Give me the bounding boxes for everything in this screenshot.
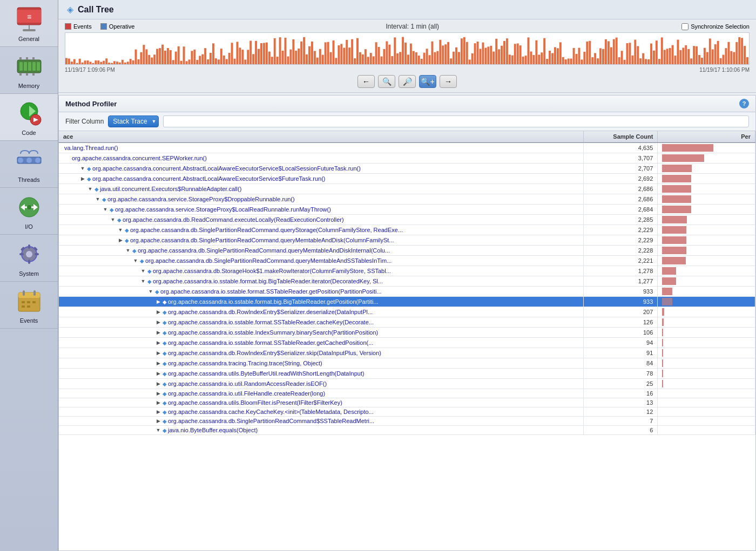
expand-icon[interactable]: ▶ [79,175,86,182]
help-button[interactable]: ? [739,99,749,108]
method-name[interactable]: org.apache.cassandra.utils.ByteBufferUti… [168,370,364,377]
method-name[interactable]: org.apache.cassandra.io.sstable.format.S… [160,288,382,295]
method-name[interactable]: org.apache.cassandra.db.SinglePartitionR… [138,247,390,254]
method-name[interactable]: va.lang.Thread.run() [64,145,118,151]
method-name[interactable]: org.apache.cassandra.db.StorageHook$1.ma… [153,268,391,274]
table-row[interactable]: ▼◆ java.nio.ByteBuffer.equals(Object)6 [59,426,755,435]
method-name[interactable]: org.apache.cassandra.utils.BloomFilter.i… [168,399,342,406]
filter-input[interactable] [163,115,749,127]
expanded-icon[interactable]: ▼ [147,288,154,295]
table-row[interactable]: va.lang.Thread.run()4,635 [59,142,755,153]
expand-icon[interactable]: ▶ [155,418,161,424]
method-name[interactable]: org.apache.cassandra.io.sstable.format.S… [168,339,373,346]
method-name[interactable]: org.apache.cassandra.db.SinglePartitionR… [168,418,374,424]
table-row[interactable]: ▶◆ org.apache.cassandra.io.sstable.forma… [59,297,755,307]
expanded-icon[interactable]: ▼ [140,268,146,274]
timeline-chart[interactable] [65,32,750,65]
method-name[interactable]: org.apache.cassandra.concurrent.Abstract… [92,175,325,182]
method-name[interactable]: org.apache.cassandra.io.util.RandomAcces… [168,380,327,387]
table-row[interactable]: ▶◆ org.apache.cassandra.utils.BloomFilte… [59,398,755,407]
method-name[interactable]: org.apache.cassandra.concurrent.SEPWorke… [72,155,207,161]
expand-icon[interactable]: ▶ [155,350,161,356]
sidebar-item-memory[interactable]: Memory [0,47,58,94]
expanded-icon[interactable]: ▼ [132,257,139,264]
method-name[interactable]: org.apache.cassandra.db.ReadCommand.exec… [123,216,344,223]
method-name[interactable]: org.apache.cassandra.io.sstable.format.b… [168,298,379,305]
expanded-icon[interactable]: ▼ [110,216,116,223]
table-row[interactable]: ▶◆ org.apache.cassandra.db.RowIndexEntry… [59,307,755,317]
table-row[interactable]: ▶◆ org.apache.cassandra.io.sstable.Index… [59,328,755,338]
expand-icon[interactable]: ▶ [155,409,161,415]
expanded-icon[interactable]: ▼ [87,186,93,192]
expanded-icon[interactable]: ▼ [117,227,124,233]
table-row[interactable]: ▼◆ java.util.concurrent.Executors$Runnab… [59,184,755,194]
timeline-zoom-active-btn[interactable]: 🔍+ [419,75,436,88]
table-row[interactable]: ▶◆ org.apache.cassandra.concurrent.Abstr… [59,174,755,184]
filter-select-wrapper[interactable]: Stack Trace [108,115,159,127]
expanded-icon[interactable]: ▼ [102,206,109,213]
expand-icon[interactable]: ▶ [155,309,161,315]
method-name[interactable]: org.apache.cassandra.io.sstable.format.S… [168,319,374,325]
method-name[interactable]: org.apache.cassandra.tracing.Tracing.tra… [168,360,322,366]
expand-icon[interactable]: ▶ [155,339,161,346]
table-row[interactable]: ▶◆ org.apache.cassandra.tracing.Tracing.… [59,358,755,369]
table-row[interactable]: ▶◆ org.apache.cassandra.cache.KeyCacheKe… [59,407,755,417]
expand-icon[interactable]: ▶ [155,390,161,397]
sync-checkbox-input[interactable] [681,23,688,30]
table-row[interactable]: ▼◆ org.apache.cassandra.service.StorageP… [59,194,755,205]
expand-icon[interactable]: ▶ [155,360,161,366]
method-name[interactable]: org.apache.cassandra.db.SinglePartitionR… [130,227,403,233]
expand-icon[interactable]: ▶ [155,319,161,325]
expanded-icon[interactable]: ▼ [155,427,161,433]
timeline-forward-btn[interactable]: → [440,75,457,88]
sidebar-item-general[interactable]: ≡ General [0,0,58,47]
sidebar-item-system[interactable]: System [0,235,58,282]
expand-icon[interactable]: ▶ [155,329,161,336]
method-name[interactable]: java.util.concurrent.Executors$RunnableA… [100,186,241,192]
sync-selection[interactable]: Synchronize Selection [681,23,750,30]
sidebar-item-threads[interactable]: Threads [0,141,58,188]
expanded-icon[interactable]: ▼ [140,278,146,284]
filter-select[interactable]: Stack Trace [108,115,159,127]
table-row[interactable]: ▼◆ org.apache.cassandra.db.SinglePartiti… [59,246,755,256]
method-name[interactable]: java.nio.ByteBuffer.equals(Object) [168,427,258,433]
method-name[interactable]: org.apache.cassandra.db.RowIndexEntry$Se… [168,350,381,356]
table-row[interactable]: ▼◆ org.apache.cassandra.concurrent.Abstr… [59,164,755,174]
expanded-icon[interactable]: ▼ [125,247,131,254]
table-row[interactable]: ▼◆ org.apache.cassandra.db.SinglePartiti… [59,256,755,266]
table-container[interactable]: ace Sample Count Per va.lang.Thread.run(… [59,131,755,550]
table-row[interactable]: ▶◆ org.apache.cassandra.io.sstable.forma… [59,338,755,348]
method-name[interactable]: org.apache.cassandra.io.util.FileHandle.… [168,390,325,397]
sidebar-item-io[interactable]: I/O [0,188,58,235]
method-name[interactable]: org.apache.cassandra.db.RowIndexEntry$Se… [168,309,373,315]
method-name[interactable]: org.apache.cassandra.db.SinglePartitionR… [130,237,394,243]
expand-icon[interactable]: ▶ [155,399,161,406]
sidebar-item-events[interactable]: Events [0,282,58,329]
sidebar-item-code[interactable]: Code [0,94,58,141]
timeline-zoom-select-btn[interactable]: 🔎 [399,75,416,88]
table-row[interactable]: ▼◆ org.apache.cassandra.db.ReadCommand.e… [59,215,755,225]
expand-icon[interactable]: ▶ [155,380,161,387]
table-row[interactable]: ▶◆ org.apache.cassandra.db.SinglePartiti… [59,417,755,426]
expanded-icon[interactable]: ▼ [94,196,101,202]
table-row[interactable]: ▶◆ org.apache.cassandra.io.sstable.forma… [59,317,755,328]
table-row[interactable]: ▼◆ org.apache.cassandra.db.StorageHook$1… [59,266,755,276]
method-name[interactable]: org.apache.cassandra.service.StorageProx… [115,206,331,213]
method-name[interactable]: org.apache.cassandra.service.StorageProx… [107,196,295,202]
expanded-icon[interactable]: ▼ [79,165,86,172]
expand-icon[interactable]: ▶ [155,298,161,305]
table-row[interactable]: ▶◆ org.apache.cassandra.io.util.RandomAc… [59,379,755,389]
method-name[interactable]: org.apache.cassandra.concurrent.Abstract… [92,165,361,172]
method-name[interactable]: org.apache.cassandra.io.sstable.IndexSum… [168,329,378,336]
expand-icon[interactable]: ▶ [117,237,124,243]
expand-icon[interactable]: ▶ [155,370,161,377]
table-row[interactable]: ▶◆ org.apache.cassandra.io.util.FileHand… [59,389,755,398]
table-row[interactable]: ▼◆ org.apache.cassandra.io.sstable.forma… [59,287,755,297]
table-row[interactable]: ▶◆ org.apache.cassandra.utils.ByteBuffer… [59,369,755,379]
method-name[interactable]: org.apache.cassandra.io.sstable.format.b… [153,278,383,284]
timeline-zoom-in-btn[interactable]: 🔍 [378,75,395,88]
table-row[interactable]: org.apache.cassandra.concurrent.SEPWorke… [59,153,755,164]
method-name[interactable]: org.apache.cassandra.db.SinglePartitionR… [145,257,392,264]
table-row[interactable]: ▼◆ org.apache.cassandra.io.sstable.forma… [59,276,755,287]
method-name[interactable]: org.apache.cassandra.cache.KeyCacheKey.<… [168,409,374,415]
